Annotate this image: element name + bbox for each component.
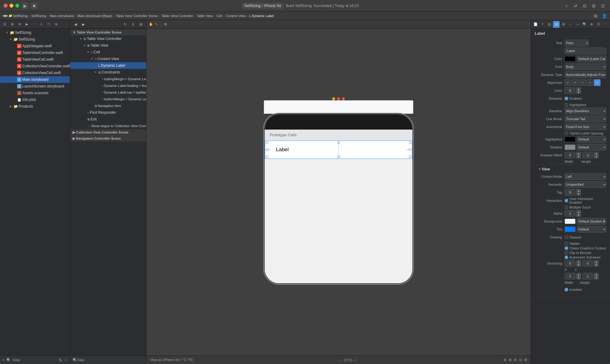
inspector-quick[interactable]: ? [539, 21, 546, 28]
stretch-h-dn[interactable]: ▼ [594, 276, 599, 280]
inspector-library[interactable]: + [574, 21, 581, 28]
outline-fwd[interactable]: ▶ [80, 21, 87, 28]
hidden-checkbox[interactable] [565, 242, 568, 245]
breadcrumb-nav-back[interactable]: ◀ [2, 14, 5, 18]
lines-stepper[interactable]: ▲ ▼ [576, 87, 581, 94]
breadcrumb-item-cell[interactable]: Cell [216, 14, 222, 18]
alpha-stepper[interactable]: ▲ ▼ [576, 210, 581, 217]
line-break-select[interactable]: Truncate Tail Word Wrap Truncate Head Tr… [565, 116, 606, 122]
filter-icon[interactable]: 🔍 [6, 358, 11, 362]
installed-checkbox[interactable] [565, 288, 568, 291]
inspector-file[interactable]: 📄 [532, 21, 539, 28]
sidebar-item-selfsizing-root[interactable]: ▼ 📁 SelfSizing [0, 29, 70, 36]
stretch-y-dn[interactable]: ▼ [594, 263, 599, 267]
canvas-tool-3[interactable]: ⊟ [514, 358, 517, 362]
phone-cell[interactable]: ⊣ Label ⊢ [265, 141, 412, 159]
tint-select[interactable]: Default [577, 226, 606, 233]
font-select[interactable]: Body Caption 1 Headline [565, 63, 606, 70]
inspector-attributes[interactable]: ⊟ [553, 21, 560, 28]
stretch-w-up[interactable]: ▲ [576, 273, 581, 276]
sort-icon[interactable]: ⇅ [59, 358, 62, 362]
outline-content-view[interactable]: ▼ □ Content View [70, 55, 146, 62]
text-type-select[interactable]: Plain Attributed [565, 40, 589, 46]
stretch-x-up[interactable]: ▲ [576, 260, 581, 263]
shadow-swatch[interactable] [565, 145, 576, 150]
sidebar-item-tableviewcell[interactable]: S TableViewCell.swift [0, 56, 70, 63]
autoresize-checkbox[interactable] [565, 255, 568, 259]
zoom-plus[interactable]: + [354, 358, 356, 362]
sidebar-item-launchscreen[interactable]: S LaunchScreen.storyboard [0, 83, 70, 90]
breadcrumb-item-tvc[interactable]: Table View Controller [161, 14, 193, 18]
canvas-tool-select[interactable]: ↖ [155, 22, 158, 26]
lines-step-up[interactable]: ▲ [576, 87, 581, 91]
view-section-header[interactable]: ▼ View [535, 165, 606, 173]
breadcrumb-item-selfsizing2[interactable]: SelfSizing [31, 14, 46, 18]
sidebar-tool-warning[interactable]: ⚠ [38, 21, 45, 27]
canvas-main[interactable]: Prototype Cells ⊣ Label ⊢ [146, 29, 531, 355]
inspector-connections[interactable]: → [567, 21, 574, 28]
canvas-tool-1[interactable]: ⊕ [504, 358, 506, 362]
clip-checkbox[interactable] [565, 251, 568, 255]
stretch-w-stepper[interactable]: ▲ ▼ [576, 273, 581, 280]
stop-button[interactable]: ■ [31, 2, 38, 9]
sidebar-item-assets[interactable]: A Assets.xcassets [0, 90, 70, 96]
outline-constraint-trailing[interactable]: ≡ trailingMargin = Dynamic Label.traili.… [70, 76, 146, 82]
outline-back[interactable]: ◀ [72, 21, 79, 28]
back-forward[interactable]: ⇄ [572, 2, 579, 9]
outline-cell[interactable]: ▼ □ Cell [70, 49, 146, 55]
inspector-more[interactable]: ⋯ [602, 21, 609, 28]
breadcrumb-item-content-view[interactable]: Content View [226, 14, 246, 18]
outline-tvc[interactable]: ▼ ⊟ Table View Controller [70, 35, 146, 42]
play-button[interactable]: ▶ [22, 2, 28, 9]
outline-constraints[interactable]: ▼ ⊟ Constraints [70, 69, 146, 76]
tag-stepper[interactable]: ▲ ▼ [576, 189, 581, 196]
content-mode-select[interactable]: Left Center Right [565, 173, 606, 180]
shadow-h-stepper[interactable]: ▲ ▼ [594, 152, 599, 159]
shadow-w-stepper[interactable]: ▲ ▼ [576, 152, 581, 159]
handle-bl[interactable] [266, 155, 268, 158]
sidebar-item-collectionviewcontroller[interactable]: S CollectionViewController.swift [0, 63, 70, 70]
highlighted-color-select[interactable]: Default [577, 136, 606, 143]
sidebar-tool-nav[interactable]: ☰ [2, 21, 8, 27]
inspector-share[interactable]: ⊡ [595, 21, 602, 28]
related-items[interactable]: ⊞ [592, 12, 599, 19]
handle-mr[interactable] [409, 148, 411, 151]
breadcrumb-item-main-storyboard[interactable]: Main.storyboard [50, 14, 74, 18]
breadcrumb-item-base[interactable]: Main.storyboard (Base) [77, 14, 112, 18]
inspector-identity[interactable]: ID [546, 21, 553, 28]
shadow-w-dn[interactable]: ▼ [576, 155, 581, 159]
sidebar-tool-test[interactable]: ⬡ [46, 21, 52, 27]
enabled-checkbox[interactable] [565, 97, 568, 100]
sidebar-item-infoplist[interactable]: 📄 Info.plist [0, 96, 70, 103]
lines-step-dn[interactable]: ▼ [576, 91, 581, 94]
outline-exit[interactable]: ⊗ Exit [70, 116, 146, 123]
inspector-help[interactable]: ⊕ [588, 21, 595, 28]
add-button[interactable]: + [563, 2, 570, 9]
multiple-touch-checkbox[interactable] [565, 205, 568, 209]
sidebar-item-appdelegate[interactable]: S AppDelegate.swift [0, 43, 70, 49]
inspector-search[interactable]: 🔍 [581, 21, 588, 28]
sidebar-tool-bookmark[interactable]: ▶ [24, 21, 30, 27]
stretch-h-stepper[interactable]: ▲ ▼ [594, 273, 599, 280]
outline-constraint-top[interactable]: ≡ Dynamic Label.top = topMargin + 8 [70, 89, 146, 96]
dynamic-type-select[interactable]: Automatically Adjusts Font [565, 71, 606, 78]
canvas-tool-2[interactable]: ⊞ [509, 358, 511, 362]
align-left[interactable]: ≡ [565, 79, 571, 86]
text-value-input[interactable] [565, 48, 606, 54]
sidebar-tool-debug[interactable]: ⊕ [53, 21, 59, 27]
highlighted-swatch[interactable] [565, 137, 576, 142]
color-select[interactable]: Default (Label Color) [577, 55, 606, 62]
alpha-step-up[interactable]: ▲ [576, 210, 581, 213]
canvas-tool-5[interactable]: ⊞ [524, 358, 527, 362]
stretch-y-up[interactable]: ▲ [594, 260, 599, 263]
device-label[interactable]: View as: iPhone Xe (⌃C⌃R) [150, 358, 192, 362]
align-right[interactable]: ≡ [579, 79, 586, 86]
alpha-step-dn[interactable]: ▼ [576, 213, 581, 217]
align-justify[interactable]: ≡ [587, 79, 593, 86]
sidebar-item-main-storyboard[interactable]: S Main.storyboard [0, 76, 70, 83]
color-swatch[interactable] [565, 56, 576, 62]
handle-tr[interactable] [409, 141, 411, 144]
canvas-zoom-fit[interactable]: ⊞ [164, 22, 167, 26]
outline-grid[interactable]: ⊞ [138, 21, 144, 28]
shadow-h-up[interactable]: ▲ [594, 152, 599, 155]
